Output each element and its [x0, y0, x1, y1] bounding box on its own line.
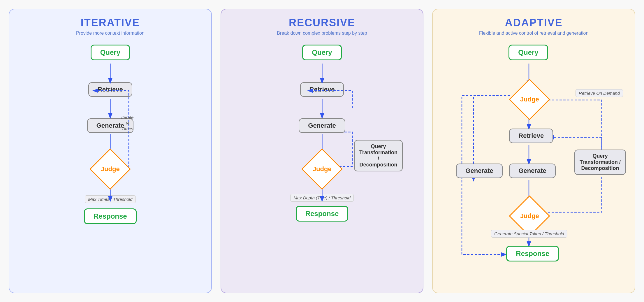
adap-response-label: Response: [506, 246, 559, 261]
rec-retrieve-node: Retrieve: [300, 82, 344, 97]
rec-query-node: Query: [302, 45, 342, 60]
rec-max-label-area: Max Depth (Tree) / Threshold: [290, 195, 354, 201]
rec-generate-label: Generate: [299, 118, 345, 133]
adaptive-subtitle: Flexible and active control of retrieval…: [479, 31, 588, 36]
rec-response-label: Response: [296, 206, 349, 222]
rec-query-label: Query: [302, 45, 342, 60]
iter-response-label: Response: [84, 208, 137, 224]
iter-query-node: Query: [91, 45, 130, 60]
rec-max-label: Max Depth (Tree) / Threshold: [290, 194, 354, 202]
adap-generate2-node: Generate: [509, 164, 555, 178]
adap-response-node: Response: [506, 246, 559, 261]
adap-query-node: Query: [508, 45, 548, 60]
iter-query-label: Query: [91, 45, 130, 60]
adaptive-title: ADAPTIVE: [505, 17, 563, 29]
recursive-title: RECURSIVE: [289, 17, 355, 29]
iter-retrieve-label: Retrieve: [88, 82, 132, 97]
adap-generate1-node: Generate: [456, 164, 502, 178]
rec-judge-area: Judge QueryTransformation /Decomposition: [307, 154, 337, 184]
iter-judge-label: Judge: [101, 165, 120, 173]
rec-judge-label: Judge: [313, 165, 332, 173]
adap-judge2-label: Judge: [520, 212, 539, 220]
adap-rod-area: Retrieve On Demand: [576, 91, 623, 96]
iter-generate-node: Generate: [87, 118, 133, 133]
iter-max-label-area: Max Times / Threshold: [85, 195, 136, 203]
iter-retrieve-node: Retrieve: [88, 82, 132, 97]
adap-judge1-label: Judge: [520, 96, 539, 103]
adap-retrieve-label: Retrieve: [509, 129, 553, 143]
adap-gst-label: Generate Special Token / Threshold: [491, 230, 567, 238]
rec-generate-node: Generate: [299, 118, 345, 133]
iterative-subtitle: Provide more context information: [76, 31, 145, 36]
recursive-panel: RECURSIVE Break down complex problems st…: [221, 9, 424, 293]
rec-transform-label: QueryTransformation /Decomposition: [354, 140, 403, 171]
adap-retrieve-node: Retrieve: [509, 129, 553, 143]
adaptive-panel: ADAPTIVE Flexible and active control of …: [432, 9, 635, 293]
adap-gst-area: Generate Special Token / Threshold: [491, 231, 567, 236]
iter-judge-node: Judge: [96, 154, 125, 184]
main-container: ITERATIVE Provide more context informati…: [9, 9, 635, 293]
adap-judge1-node: Judge: [515, 85, 544, 114]
iter-generate-label: Generate: [87, 118, 133, 133]
iter-response-node: Response: [84, 208, 137, 224]
adap-generate2-label: Generate: [509, 164, 555, 178]
adap-transform-node: QueryTransformation /Decomposition: [574, 150, 626, 175]
rec-response-node: Response: [296, 206, 349, 222]
adap-judge2-node: Judge: [515, 201, 544, 231]
recursive-subtitle: Break down complex problems step by step: [277, 31, 367, 36]
adap-generate1-label: Generate: [456, 164, 502, 178]
adap-transform-label: QueryTransformation /Decomposition: [574, 150, 626, 175]
adap-query-label: Query: [508, 45, 548, 60]
adap-rod-label: Retrieve On Demand: [576, 89, 623, 97]
iterative-title: ITERATIVE: [81, 17, 140, 29]
iterative-panel: ITERATIVE Provide more context informati…: [9, 9, 212, 293]
rec-retrieve-label: Retrieve: [300, 82, 344, 97]
iter-max-label: Max Times / Threshold: [85, 195, 136, 203]
rec-transform-node: QueryTransformation /Decomposition: [354, 140, 403, 171]
